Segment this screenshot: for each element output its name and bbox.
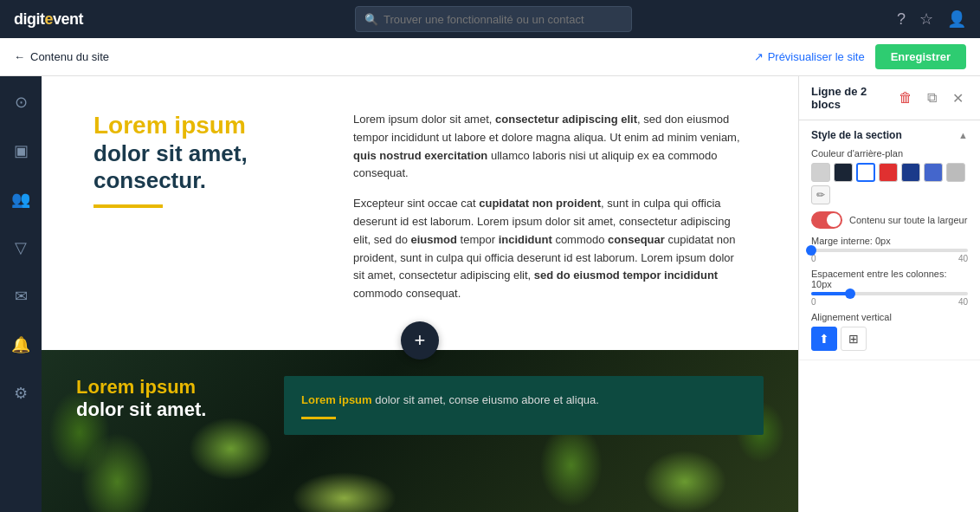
search-input[interactable]: [384, 13, 622, 26]
chevron-up-icon: ▲: [958, 130, 968, 140]
align-center-button[interactable]: ⊞: [841, 327, 867, 351]
dark-heading: Lorem ipsum dolor sit amet.: [76, 376, 249, 422]
internal-margin-track[interactable]: [811, 249, 968, 252]
internal-margin-label: Marge interne: 0px: [811, 236, 891, 246]
back-button[interactable]: ← Contenu du site: [14, 50, 109, 63]
col-spacing-slider-row: Espacement entre les colonnes: 10px 0 40: [811, 269, 968, 307]
canvas-content: Lorem ipsum dolor sit amet, consectur. L…: [42, 76, 798, 512]
swatch-gray[interactable]: [946, 163, 965, 182]
swatch-red[interactable]: [879, 163, 898, 182]
external-link-icon: ↗: [754, 50, 764, 63]
full-width-label: Contenu sur toute la largeur: [849, 215, 967, 225]
delete-icon[interactable]: 🗑: [895, 87, 916, 108]
preview-button[interactable]: ↗ Prévisualiser le site: [754, 50, 865, 63]
back-label: Contenu du site: [30, 50, 109, 63]
close-icon[interactable]: ✕: [947, 87, 968, 108]
col-left: Lorem ipsum dolor sit amet, consectur.: [93, 111, 319, 315]
section-two-col: Lorem ipsum dolor sit amet, consectur. L…: [42, 76, 798, 350]
color-edit-button[interactable]: ✏: [811, 185, 830, 204]
add-section-button[interactable]: +: [401, 321, 439, 360]
panel-title: Ligne de 2 blocs: [811, 85, 890, 111]
sidebar-icon-pages[interactable]: ▣: [5, 135, 36, 166]
dark-col-left: Lorem ipsum dolor sit amet.: [76, 376, 249, 422]
col-spacing-max: 40: [958, 297, 968, 307]
back-arrow-icon: ←: [14, 50, 25, 63]
search-bar[interactable]: 🔍: [355, 6, 632, 32]
underline-decoration: [93, 204, 163, 208]
col-spacing-minmax: 0 40: [811, 297, 968, 307]
preview-label: Prévisualiser le site: [768, 50, 865, 63]
dark-underline: [301, 417, 336, 419]
swatch-light-gray[interactable]: [811, 163, 830, 182]
section-dark-content: Lorem ipsum dolor sit amet. Lorem ipsum …: [42, 350, 798, 512]
swatch-blue-light[interactable]: [924, 163, 943, 182]
dark-paragraph: Lorem ipsum dolor sit amet, conse eiusmo…: [301, 392, 746, 409]
col-spacing-min: 0: [811, 297, 816, 307]
style-section-header[interactable]: Style de la section ▲: [811, 129, 968, 141]
sub-navbar-right: ↗ Prévisualiser le site Enregistrer: [754, 44, 966, 69]
sidebar-icon-bell[interactable]: 🔔: [5, 329, 36, 360]
nav-icons: ? ☆ 👤: [897, 10, 966, 29]
sidebar-icon-settings[interactable]: ⚙: [5, 378, 36, 409]
sidebar-icon-email[interactable]: ✉: [5, 281, 36, 312]
swatch-black[interactable]: [834, 163, 853, 182]
save-button[interactable]: Enregistrer: [875, 44, 966, 69]
duplicate-icon[interactable]: ⧉: [921, 87, 942, 108]
col-spacing-label: Espacement entre les colonnes: 10px: [811, 269, 968, 289]
swatch-blue-dark[interactable]: [901, 163, 920, 182]
col-spacing-thumb[interactable]: [845, 288, 855, 299]
vertical-align-label: Alignement vertical: [811, 312, 968, 322]
align-top-button[interactable]: ⬆: [811, 327, 837, 351]
style-section: Style de la section ▲ Couleur d'arrière-…: [799, 120, 980, 360]
dark-col-right: Lorem ipsum dolor sit amet, conse eiusmo…: [284, 376, 764, 436]
paragraph-2: Excepteur sint occae cat cupidatat non p…: [353, 195, 746, 303]
user-icon[interactable]: 👤: [947, 10, 966, 29]
toggle-row: Contenu sur toute la largeur: [811, 211, 968, 229]
section-dark: Lorem ipsum dolor sit amet. Lorem ipsum …: [42, 350, 798, 512]
canvas-area: Lorem ipsum dolor sit amet, consectur. L…: [42, 76, 798, 512]
right-panel: Ligne de 2 blocs 🗑 ⧉ ✕ Style de la secti…: [798, 76, 980, 512]
sidebar-icon-filter[interactable]: ▽: [5, 232, 36, 263]
star-icon[interactable]: ☆: [919, 10, 933, 29]
left-sidebar: ⊙ ▣ 👥 ▽ ✉ 🔔 ⚙: [0, 76, 42, 512]
top-navbar: digitevent 🔍 ? ☆ 👤: [0, 0, 980, 38]
main-layout: ⊙ ▣ 👥 ▽ ✉ 🔔 ⚙ Lorem ipsum dolor sit amet…: [0, 76, 980, 512]
internal-margin-max: 40: [958, 254, 968, 263]
align-buttons: ⬆ ⊞: [811, 327, 968, 351]
logo: digitevent: [14, 10, 83, 29]
help-icon[interactable]: ?: [897, 10, 906, 29]
internal-margin-thumb[interactable]: [806, 245, 816, 256]
internal-margin-minmax: 0 40: [811, 254, 968, 263]
col-spacing-label-row: Espacement entre les colonnes: 10px: [811, 269, 968, 289]
align-center-icon: ⊞: [848, 332, 859, 346]
search-icon: 🔍: [364, 13, 378, 26]
col-spacing-track[interactable]: [811, 292, 968, 295]
swatch-white[interactable]: [856, 163, 875, 182]
bg-color-label: Couleur d'arrière-plan: [811, 148, 968, 159]
color-swatches: ✏: [811, 163, 968, 204]
internal-margin-slider-row: Marge interne: 0px 0 40: [811, 236, 968, 263]
panel-header: Ligne de 2 blocs 🗑 ⧉ ✕: [799, 76, 980, 120]
sidebar-icon-users[interactable]: 👥: [5, 184, 36, 215]
paragraph-1: Lorem ipsum dolor sit amet, consectetur …: [353, 111, 746, 183]
heading-yellow: Lorem ipsum dolor sit amet, consectur.: [93, 111, 319, 194]
align-top-icon: ⬆: [819, 332, 829, 346]
col-right: Lorem ipsum dolor sit amet, consectetur …: [353, 111, 746, 315]
internal-margin-label-row: Marge interne: 0px: [811, 236, 968, 246]
sidebar-icon-home[interactable]: ⊙: [5, 87, 36, 118]
sub-navbar: ← Contenu du site ↗ Prévisualiser le sit…: [0, 38, 980, 76]
style-section-title: Style de la section: [811, 129, 902, 141]
full-width-toggle[interactable]: [811, 211, 842, 229]
